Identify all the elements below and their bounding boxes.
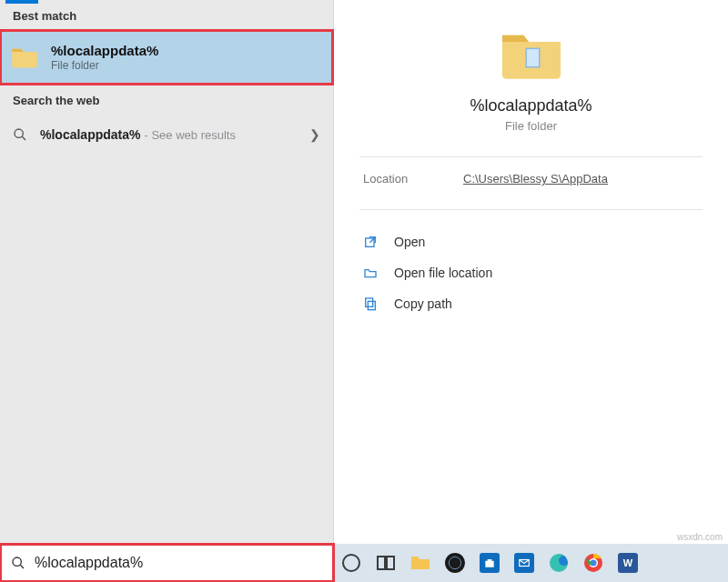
action-label: Open file location [394,266,492,280]
search-input[interactable] [35,555,323,571]
location-link[interactable]: C:\Users\Blessy S\AppData [463,172,608,186]
results-pane: Best match %localappdata% File folder Se… [0,0,334,544]
watermark: wsxdn.com [677,532,723,542]
folder-icon [11,45,38,69]
location-label: Location [363,172,463,186]
accent-bar [5,0,38,4]
task-view-icon [375,552,397,574]
file-explorer-button[interactable] [403,544,438,582]
copy-icon [363,296,378,311]
preview-title: %localappdata% [334,96,728,115]
chevron-right-icon: ❯ [309,127,320,142]
best-match-result[interactable]: %localappdata% File folder [0,30,333,85]
search-icon [11,556,25,570]
best-match-heading: Best match [0,0,333,30]
edge-button[interactable] [541,544,576,582]
folder-icon [410,552,431,574]
task-view-button[interactable] [369,544,403,582]
web-result-title: %localappdata% [40,127,140,142]
word-icon: W [618,553,638,573]
action-label: Copy path [394,296,452,311]
store-button[interactable] [472,544,507,582]
svg-line-1 [22,136,25,140]
preview-subtitle: File folder [334,119,728,133]
best-match-subtitle: File folder [51,59,158,72]
chrome-icon [582,552,604,574]
web-result-suffix: - See web results [144,128,235,142]
web-result[interactable]: %localappdata% - See web results ❯ [0,115,333,155]
open-location-icon [363,266,378,280]
dell-icon [445,553,465,573]
svg-rect-4 [368,301,375,309]
svg-point-0 [15,129,23,137]
divider [359,156,703,157]
preview-pane: %localappdata% File folder Location C:\U… [334,0,728,544]
mail-icon [514,553,534,573]
svg-line-7 [20,565,24,568]
best-match-texts: %localappdata% File folder [51,43,158,72]
open-icon [363,235,378,249]
chrome-button[interactable] [576,544,611,582]
svg-point-11 [448,556,463,571]
action-copy-path[interactable]: Copy path [363,288,699,319]
action-open[interactable]: Open [363,226,699,257]
action-label: Open [394,235,425,249]
svg-rect-9 [378,557,385,569]
action-open-location[interactable]: Open file location [363,257,699,288]
cortana-button[interactable] [334,544,369,582]
svg-point-6 [13,557,21,566]
taskbar: W [0,544,728,582]
svg-point-8 [343,555,359,571]
dell-button[interactable] [438,544,472,582]
svg-rect-5 [366,298,373,306]
divider [359,209,703,210]
search-web-heading: Search the web [0,85,333,115]
actions-list: Open Open file location Copy path [363,226,699,319]
mail-button[interactable] [507,544,541,582]
svg-rect-10 [387,557,394,569]
edge-icon [548,552,570,574]
search-icon [13,127,27,142]
store-icon [480,553,500,573]
taskbar-search[interactable] [0,544,334,582]
cortana-icon [340,552,362,574]
word-button[interactable]: W [611,544,645,582]
folder-icon [500,27,563,80]
best-match-title: %localappdata% [51,43,158,58]
svg-rect-2 [526,48,540,66]
